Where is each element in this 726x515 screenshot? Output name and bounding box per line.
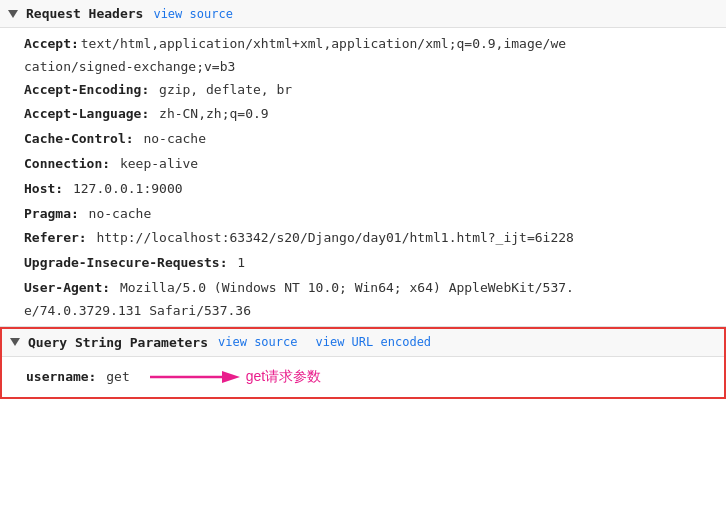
collapse-triangle-icon[interactable]: [10, 338, 20, 346]
header-value: no-cache: [81, 204, 151, 225]
annotation-text: get请求参数: [246, 368, 321, 386]
svg-marker-1: [222, 371, 240, 383]
header-value: Mozilla/5.0 (Windows NT 10.0; Win64; x64…: [112, 278, 574, 299]
annotation-arrow: get请求参数: [150, 365, 321, 389]
continuation-line: e/74.0.3729.131 Safari/537.36: [0, 301, 726, 322]
query-string-title: Query String Parameters: [10, 335, 208, 350]
table-row: Host: 127.0.0.1:9000: [0, 177, 726, 202]
request-headers-header: Request Headers view source: [0, 0, 726, 28]
header-value: text/html,application/xhtml+xml,applicat…: [81, 34, 566, 55]
table-row: Accept-Encoding: gzip, deflate, br: [0, 78, 726, 103]
query-string-view-url[interactable]: view URL encoded: [316, 335, 432, 349]
header-value: gzip, deflate, br: [151, 80, 292, 101]
request-headers-body: Accept: text/html,application/xhtml+xml,…: [0, 28, 726, 326]
table-row: Referer: http://localhost:63342/s20/Djan…: [0, 226, 726, 251]
table-row: User-Agent: Mozilla/5.0 (Windows NT 10.0…: [0, 276, 726, 301]
header-value: 127.0.0.1:9000: [65, 179, 182, 200]
table-row: Accept: text/html,application/xhtml+xml,…: [0, 32, 726, 57]
header-key: Connection:: [24, 154, 110, 175]
header-key: Referer:: [24, 228, 87, 249]
query-string-section: Query String Parameters view source view…: [0, 327, 726, 399]
collapse-triangle-icon[interactable]: [8, 10, 18, 18]
request-headers-section: Request Headers view source Accept: text…: [0, 0, 726, 327]
header-key: Upgrade-Insecure-Requests:: [24, 253, 228, 274]
query-string-view-source[interactable]: view source: [218, 335, 297, 349]
header-key: Accept-Encoding:: [24, 80, 149, 101]
param-value: get: [98, 369, 129, 384]
header-key: Accept-Language:: [24, 104, 149, 125]
param-key: username:: [26, 369, 96, 384]
header-key: Pragma:: [24, 204, 79, 225]
header-key: Accept:: [24, 34, 79, 55]
header-key: Cache-Control:: [24, 129, 134, 150]
arrow-svg: [150, 365, 240, 389]
header-value: 1: [230, 253, 246, 274]
query-string-header: Query String Parameters view source view…: [2, 329, 724, 357]
query-string-body: username: get get请求参数: [2, 357, 724, 397]
header-value: no-cache: [136, 129, 206, 150]
header-value: http://localhost:63342/s20/Django/day01/…: [89, 228, 574, 249]
header-value: zh-CN,zh;q=0.9: [151, 104, 268, 125]
table-row: Pragma: no-cache: [0, 202, 726, 227]
request-headers-view-source[interactable]: view source: [153, 7, 232, 21]
header-value: keep-alive: [112, 154, 198, 175]
continuation-line: cation/signed-exchange;v=b3: [0, 57, 726, 78]
header-key: Host:: [24, 179, 63, 200]
table-row: Accept-Language: zh-CN,zh;q=0.9: [0, 102, 726, 127]
table-row: Connection: keep-alive: [0, 152, 726, 177]
query-param-row: username: get get请求参数: [2, 361, 724, 393]
table-row: Upgrade-Insecure-Requests: 1: [0, 251, 726, 276]
table-row: Cache-Control: no-cache: [0, 127, 726, 152]
header-key: User-Agent:: [24, 278, 110, 299]
request-headers-title: Request Headers: [8, 6, 143, 21]
